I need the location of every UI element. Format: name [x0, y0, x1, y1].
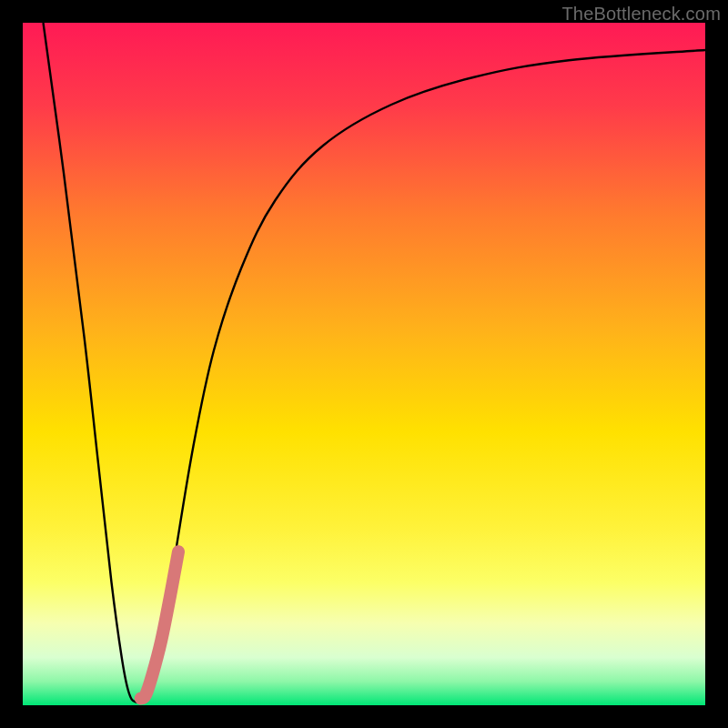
chart-background — [23, 23, 705, 705]
plot-area — [23, 23, 705, 705]
watermark-text: TheBottleneck.com — [561, 4, 721, 25]
chart-frame: TheBottleneck.com — [0, 0, 728, 728]
chart-svg — [23, 23, 705, 705]
